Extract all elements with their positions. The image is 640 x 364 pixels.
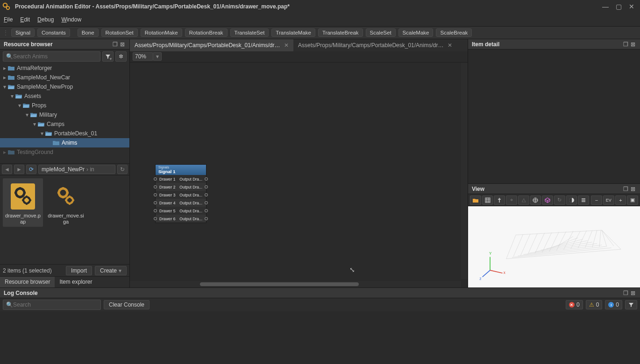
expand-icon[interactable]: ▾ [24, 112, 30, 118]
menu-window[interactable]: Window [61, 16, 81, 23]
node-signal-1[interactable]: Signals Signal 1 Drawer 1Output Dra...Dr… [155, 164, 206, 223]
tree-item-anims[interactable]: Anims [0, 138, 129, 147]
search-input[interactable] [13, 53, 97, 60]
file-thumb[interactable]: drawer_move.pap [3, 178, 43, 227]
tree-item-camps[interactable]: ▾Camps [0, 119, 129, 129]
tree-item-assets[interactable]: ▾Assets [0, 91, 129, 101]
nav-back-button[interactable]: ◄ [2, 165, 12, 174]
horizontal-scrollbar[interactable] [130, 281, 461, 287]
expand-icon[interactable]: ▸ [2, 74, 7, 81]
tab-item-explorer[interactable]: Item explorer [55, 277, 97, 287]
expand-icon[interactable]: ▾ [17, 102, 22, 109]
tool-scaleset[interactable]: ScaleSet [366, 28, 396, 37]
undock-icon[interactable]: ❐ [112, 41, 118, 48]
contrast-icon[interactable] [566, 196, 577, 205]
close-icon[interactable]: ✕ [284, 42, 289, 49]
zoom-input[interactable]: 70% [133, 52, 153, 61]
tree-item-props[interactable]: ▾Props [0, 101, 129, 110]
tool-translatebreak[interactable]: TranslateBreak [318, 28, 363, 37]
log-filter-button[interactable] [625, 300, 637, 309]
node-row[interactable]: Drawer 2Output Dra... [156, 183, 206, 191]
breadcrumb[interactable]: mpleMod_NewPr › in [38, 165, 115, 174]
tree-item-testingground[interactable]: ▸TestingGround [0, 147, 129, 157]
expand-icon[interactable]: ▸ [2, 65, 7, 71]
minimize-button[interactable]: — [599, 2, 612, 11]
menu-edit[interactable]: Edit [20, 16, 30, 23]
cursor-icon[interactable] [494, 196, 505, 205]
list-icon[interactable] [578, 196, 589, 205]
plus-icon[interactable]: + [615, 196, 626, 205]
output-port[interactable] [205, 209, 208, 212]
wireframe-icon[interactable] [542, 196, 553, 205]
nav-forward-button[interactable]: ► [14, 165, 24, 174]
output-port[interactable] [205, 217, 208, 220]
expand-icon[interactable]: ▾ [9, 93, 15, 99]
mesh-icon[interactable] [530, 196, 541, 205]
filter-button[interactable]: ▼ [102, 51, 114, 62]
output-port[interactable] [205, 193, 208, 196]
input-port[interactable] [154, 185, 157, 189]
tool-bone[interactable]: Bone [78, 28, 99, 37]
node-row[interactable]: Drawer 4Output Dra... [156, 199, 206, 207]
undock-icon[interactable]: ❐ [622, 186, 629, 192]
create-button[interactable]: Create▾ [95, 266, 127, 275]
view-header[interactable]: View ❐ ⊠ [468, 184, 640, 194]
resource-browser-header[interactable]: Resource browser ❐ ⊠ [0, 39, 129, 49]
panel-close-icon[interactable]: ⊠ [630, 41, 636, 48]
tool-scalebreak[interactable]: ScaleBreak [436, 28, 472, 37]
tool-scalemake[interactable]: ScaleMake [398, 28, 434, 37]
close-button[interactable]: ✕ [625, 2, 638, 11]
input-port[interactable] [154, 217, 157, 220]
ev-icon[interactable]: EV [603, 196, 614, 205]
tool-rotationmake[interactable]: RotationMake [141, 28, 182, 37]
panel-close-icon[interactable]: ⊠ [630, 290, 636, 296]
warning-count-chip[interactable]: ⚠0 [586, 300, 603, 309]
input-port[interactable] [154, 209, 157, 212]
undock-icon[interactable]: ❐ [622, 290, 629, 296]
tool-rotationbreak[interactable]: RotationBreak [185, 28, 228, 37]
tree-item-armareforger[interactable]: ▸ArmaReforger [0, 63, 129, 73]
settings-button[interactable]: ✲ [115, 51, 127, 62]
panel-close-icon[interactable]: ⊠ [630, 186, 636, 192]
tool-constants[interactable]: Constants [37, 28, 70, 37]
info-count-chip[interactable]: i0 [605, 300, 622, 309]
doc-tab-0[interactable]: Assets/Props/Military/Camps/PortableDesk… [130, 39, 293, 51]
node-row[interactable]: Drawer 1Output Dra... [156, 175, 206, 183]
zoom-dropdown[interactable]: ▾ [153, 52, 162, 61]
tab-resource-browser[interactable]: Resource browser [0, 277, 55, 287]
doc-tab-1[interactable]: Assets/Props/Military/Camps/PortableDesk… [293, 39, 457, 51]
output-port[interactable] [205, 185, 208, 189]
tool-rotationset[interactable]: RotationSet [101, 28, 138, 37]
tool-signal[interactable]: Signal [11, 28, 35, 37]
nav-refresh-button[interactable]: ↻ [117, 165, 128, 174]
menu-debug[interactable]: Debug [37, 16, 54, 23]
undock-icon[interactable]: ❐ [622, 41, 629, 48]
close-icon[interactable]: ✕ [448, 42, 452, 49]
import-button[interactable]: Import [66, 266, 92, 275]
expand-icon[interactable]: ▸ [2, 149, 7, 155]
refresh-icon[interactable]: ↻ [554, 196, 565, 205]
graph-canvas[interactable]: Signals Signal 1 Drawer 1Output Dra...Dr… [130, 63, 468, 287]
camera-icon[interactable]: ▣ [627, 196, 638, 205]
error-count-chip[interactable]: ✕0 [566, 300, 583, 309]
output-port[interactable] [205, 201, 208, 204]
tree-item-samplemodnewcar[interactable]: ▸SampleMod_NewCar [0, 73, 129, 82]
tool-translateset[interactable]: TranslateSet [230, 28, 269, 37]
file-thumb[interactable]: drawer_move.siga [46, 178, 86, 227]
expand-icon[interactable]: ▾ [39, 130, 45, 137]
maximize-button[interactable]: ▢ [612, 2, 625, 11]
tree-item-samplemodnewprop[interactable]: ▾SampleMod_NewProp [0, 82, 129, 91]
node-row[interactable]: Drawer 3Output Dra... [156, 191, 206, 199]
vertical-scrollbar[interactable] [461, 63, 468, 279]
tree-item-military[interactable]: ▾Military [0, 110, 129, 119]
expand-icon[interactable]: ▾ [32, 121, 37, 127]
input-port[interactable] [154, 193, 157, 196]
node-row[interactable]: Drawer 6Output Dra... [156, 215, 206, 223]
minus-icon[interactable]: − [591, 196, 602, 205]
scroll-thumb[interactable] [200, 282, 359, 286]
menu-file[interactable]: File [4, 16, 13, 23]
tool-translatemake[interactable]: TranslateMake [271, 28, 315, 37]
viewport-3d[interactable]: Y x z [468, 206, 640, 287]
panel-close-icon[interactable]: ⊠ [119, 41, 126, 48]
tree-item-portabledesk01[interactable]: ▾PortableDesk_01 [0, 129, 129, 138]
